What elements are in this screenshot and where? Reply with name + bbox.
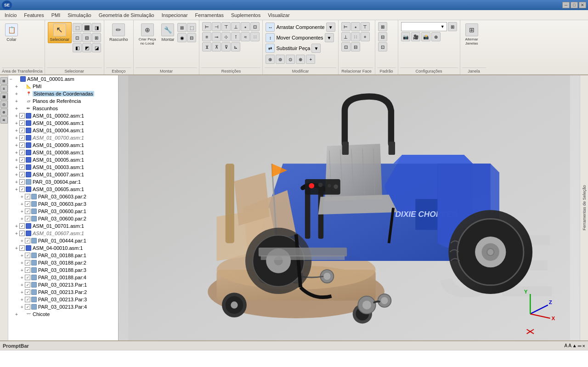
pb-ctrl-2[interactable]: A — [568, 343, 571, 349]
tree-item-planes[interactable]: +▱Planos de Referência — [8, 97, 118, 105]
promptbar-input[interactable] — [0, 350, 588, 367]
menu-features[interactable]: Features — [20, 11, 47, 19]
tree-item-asm701[interactable]: +ASM_01_00701.asm:1 — [8, 222, 118, 230]
face-sm-6[interactable]: + — [361, 32, 370, 41]
checkbox-asm04[interactable] — [19, 128, 25, 133]
assemble-sm-1[interactable]: ⊞ — [177, 23, 187, 32]
expand-asm607[interactable]: + — [14, 231, 19, 236]
config-dropdown[interactable]: ▼ — [401, 22, 447, 31]
restrict-sm-15[interactable]: ⊽ — [221, 42, 231, 51]
checkbox-asm08[interactable] — [19, 150, 25, 155]
select-sm-4[interactable]: ⊡ — [73, 33, 82, 42]
expand-asm05[interactable]: + — [14, 157, 19, 163]
modify-sm-2[interactable]: ⊚ — [276, 55, 285, 64]
expand-par0213b[interactable]: + — [19, 289, 25, 295]
restrict-sm-16[interactable]: ⊾ — [231, 42, 240, 51]
restrict-sm-12[interactable]: ∷ — [250, 32, 260, 41]
ribbon-btn-rascunho[interactable]: ✏ Rascunho — [107, 22, 130, 43]
close-button[interactable]: ✕ — [579, 2, 586, 8]
tree-item-asm607[interactable]: +ASM_01_00607.asm:1 — [8, 230, 118, 237]
checkbox-asm06[interactable] — [19, 120, 25, 126]
restrict-sm-11[interactable]: ≈ — [241, 32, 250, 41]
tree-item-asm4010[interactable]: +ASM_04-00010.asm:1 — [8, 244, 118, 252]
face-sm-8[interactable]: ⊟ — [351, 42, 360, 51]
checkbox-par0603a[interactable] — [25, 194, 30, 199]
tree-item-par0188c[interactable]: +PAR_03_00188.par:3 — [8, 266, 118, 274]
menu-visualizar[interactable]: Visualizar — [264, 11, 294, 19]
tree-item-par0444[interactable]: +PAR_01_00444.par:1 — [8, 237, 118, 244]
left-icon-3[interactable]: ▦ — [0, 93, 8, 100]
expand-root[interactable]: − — [8, 76, 14, 82]
checkbox-par0213d[interactable] — [25, 304, 30, 310]
restrict-sm-9[interactable]: ⊹ — [221, 32, 231, 41]
select-sm-6[interactable]: ⊞ — [92, 33, 101, 42]
face-sm-5[interactable]: ∷ — [351, 32, 360, 41]
tree-item-asm06[interactable]: +ASM_01_00006.asm:1 — [8, 119, 118, 127]
checkbox-asm03[interactable] — [19, 164, 25, 170]
checkbox-asm700[interactable] — [19, 135, 25, 141]
checkbox-par0188d[interactable] — [25, 275, 30, 280]
tree-item-asm08[interactable]: +ASM_01_00008.asm:1 — [8, 149, 118, 156]
pb-ctrl-4[interactable]: ═ — [578, 343, 582, 349]
expand-planes[interactable]: + — [14, 98, 19, 104]
checkbox-asm701[interactable] — [19, 223, 25, 229]
expand-asm700[interactable]: + — [14, 135, 19, 141]
modify-sm-3[interactable]: ⊙ — [286, 55, 295, 64]
ribbon-btn-colar[interactable]: 📋 Colar — [3, 22, 20, 43]
expand-par0600b[interactable]: + — [19, 216, 25, 221]
checkbox-asm607[interactable] — [19, 231, 25, 236]
expand-coords[interactable]: + — [14, 91, 19, 96]
checkbox-asm605[interactable] — [19, 186, 25, 192]
config-sm-1[interactable]: ⊞ — [448, 22, 457, 31]
expand-par0444[interactable]: + — [19, 238, 25, 243]
select-sm-9[interactable]: ◪ — [92, 43, 101, 52]
select-sm-3[interactable]: ◨ — [92, 23, 101, 32]
restrict-sm-5[interactable]: ∘ — [241, 22, 250, 31]
expand-sketches[interactable]: + — [14, 106, 19, 111]
left-icon-6[interactable]: ≋ — [0, 116, 8, 124]
minimize-button[interactable]: ─ — [562, 2, 570, 8]
face-sm-2[interactable]: ∘ — [351, 22, 360, 31]
restrict-sm-1[interactable]: ⊢ — [202, 22, 211, 31]
expand-par0188b[interactable]: + — [19, 260, 25, 265]
tree-item-par0603b[interactable]: +PAR_03_00603.par:3 — [8, 200, 118, 208]
select-sm-5[interactable]: ⊟ — [82, 33, 91, 42]
tree-item-asm605[interactable]: +ASM_03_00605.asm:1 — [8, 186, 118, 193]
expand-chicote[interactable]: + — [14, 311, 19, 317]
maximize-button[interactable]: □ — [571, 2, 578, 8]
face-sm-3[interactable]: ⊤ — [361, 22, 370, 31]
pb-ctrl-5[interactable]: × — [582, 343, 585, 349]
modify-sm-4[interactable]: ⊕ — [296, 55, 305, 64]
checkbox-par0600a[interactable] — [25, 209, 30, 214]
expand-par0603a[interactable]: + — [19, 194, 25, 199]
expand-par0213d[interactable]: + — [19, 304, 25, 310]
restrict-sm-14[interactable]: ⊼ — [212, 42, 221, 51]
checkbox-par0213b[interactable] — [25, 289, 30, 295]
ribbon-btn-alternar[interactable]: ⊞ AlternarJanelas — [463, 22, 481, 47]
restrict-sm-10[interactable]: ⊺ — [231, 32, 240, 41]
face-sm-4[interactable]: ⊥ — [341, 32, 351, 41]
face-sm-7[interactable]: ⊡ — [341, 42, 351, 51]
checkbox-asm4010[interactable] — [19, 245, 25, 251]
expand-asm07[interactable]: + — [14, 172, 19, 177]
modify-sm-1[interactable]: ⊛ — [266, 55, 275, 64]
restrict-sm-3[interactable]: ⊤ — [221, 22, 231, 31]
restrict-sm-6[interactable]: ⊡ — [250, 22, 260, 31]
checkbox-par0213c[interactable] — [25, 297, 30, 302]
left-icon-2[interactable]: ≡ — [0, 85, 8, 92]
tree-item-par0604[interactable]: +PAR_03_00604.par:1 — [8, 178, 118, 186]
config-cam-3[interactable]: 📸 — [421, 32, 430, 41]
face-sm-1[interactable]: ⊢ — [341, 22, 351, 31]
checkbox-par0604[interactable] — [19, 179, 25, 185]
checkbox-asm07[interactable] — [19, 172, 25, 177]
pattern-sm-1[interactable]: ⊞ — [378, 22, 387, 31]
expand-par0604[interactable]: + — [14, 179, 19, 185]
menu-simulacao[interactable]: Simulação — [64, 11, 95, 19]
select-sm-1[interactable]: ⬚ — [73, 23, 82, 32]
tree-item-root[interactable]: −ASM_01_00001.asm — [8, 75, 118, 83]
checkbox-par0444[interactable] — [25, 238, 30, 243]
ribbon-btn-selecionar[interactable]: ↖ Selecionar — [48, 22, 72, 43]
checkbox-par0213a[interactable] — [25, 282, 30, 288]
expand-par0188a[interactable]: + — [19, 253, 25, 258]
tree-item-asm700[interactable]: +ASM_01_00700.asm:1 — [8, 134, 118, 141]
